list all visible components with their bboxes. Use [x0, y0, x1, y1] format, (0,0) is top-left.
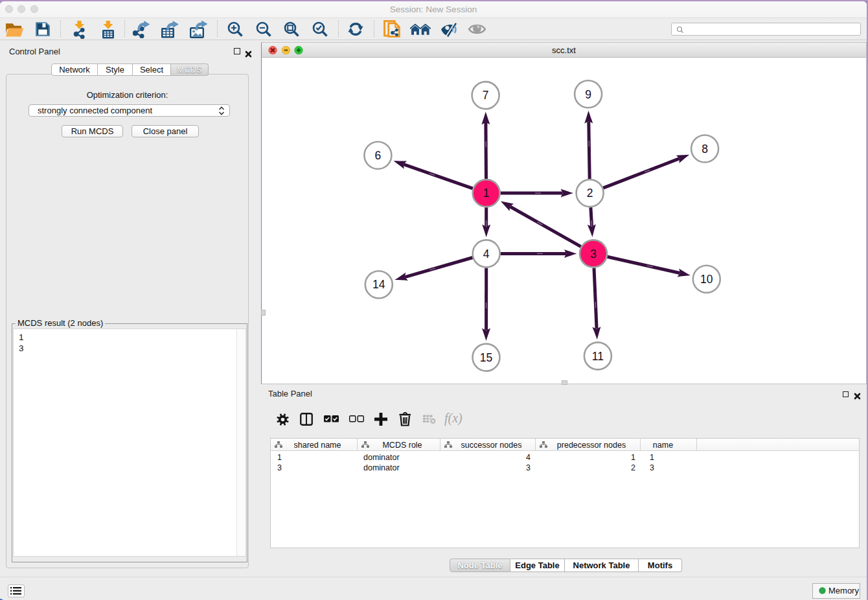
svg-text:11: 11: [592, 350, 604, 363]
svg-text:1: 1: [483, 187, 490, 200]
svg-text:7: 7: [483, 89, 489, 102]
svg-text:15: 15: [480, 351, 492, 364]
svg-text:3: 3: [590, 248, 597, 260]
svg-text:4: 4: [483, 248, 490, 260]
svg-text:6: 6: [375, 149, 382, 162]
svg-text:10: 10: [700, 273, 713, 286]
svg-text:14: 14: [372, 278, 385, 291]
svg-text:8: 8: [702, 143, 708, 156]
svg-text:9: 9: [585, 88, 591, 101]
svg-text:2: 2: [587, 187, 593, 200]
